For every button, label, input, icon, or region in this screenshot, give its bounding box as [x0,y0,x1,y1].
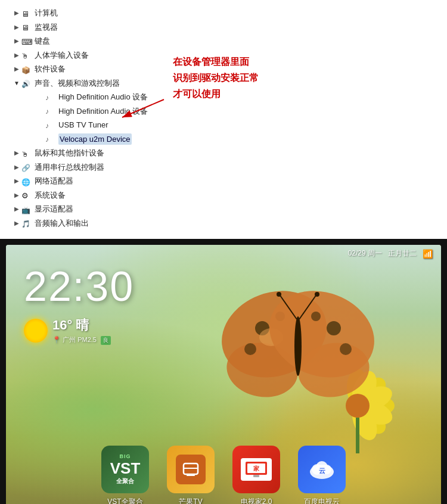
annotation-line-3: 才可以使用 [173,86,259,102]
tree-arrow-display: ▶ [12,204,21,213]
app-item-tvhome[interactable]: 家 电视家2.0 [232,446,280,504]
tree-label-comport: 通用串行总线控制器 [35,161,104,173]
tv-apps-row: BIG VST 全聚合 VST全聚合 芒果T [6,440,441,504]
tree-item-velocap[interactable]: ♪ Velocap u2m Device [0,132,447,147]
tree-item-monitor[interactable]: ▶ 监视器 [0,20,447,35]
tree-item-system[interactable]: ▶ 系统设备 [0,188,447,203]
tv-statusbar: 02/29 周一 正月廿二 📶 [340,245,441,262]
sound-icon [21,78,32,88]
tv-clock: 22:30 [24,263,134,310]
annotation-line-2: 识别到驱动安装正常 [173,70,259,86]
tree-label-usb-tuner: USB TV Tuner [58,119,108,131]
tree-item-display[interactable]: ▶ 显示适配器 [0,202,447,216]
tree-arrow-comport: ▶ [12,163,21,172]
annotation-line-1: 在设备管理器里面 [173,54,259,70]
tree-label-system: 系统设备 [35,189,66,201]
mango-icon-inner [176,455,206,484]
tree-item-mouse[interactable]: ▶ 鼠标和其他指针设备 [0,146,447,160]
vst-sub-label: 全聚合 [116,477,134,486]
tv-weather: 16° 晴 📍 广州 PM2.5 良 [24,316,111,345]
wifi-icon: 📶 [423,249,433,259]
tree-item-hda2[interactable]: ♪ High Definition Audio 设备 [0,104,447,119]
baidu-icon-inner: 云 [306,458,337,481]
software-icon [21,64,32,74]
network-icon [21,176,32,186]
tree-arrow-audioio: ▶ [12,219,21,228]
app-icon-vst[interactable]: BIG VST 全聚合 [101,446,149,493]
svg-point-12 [340,343,352,355]
app-item-mango[interactable]: 芒果TV [167,446,215,504]
tree-label-software: 软件设备 [35,63,66,75]
tree-arrow-hid: ▶ [12,51,21,60]
vst-label: VST [110,461,141,476]
mango-tv-svg [181,460,200,479]
butterfly-svg [215,263,381,441]
annotation-arrow-icon [119,97,167,120]
velocap-icon: ♪ [45,134,56,144]
keyboard-icon [21,36,32,46]
mango-app-label: 芒果TV [179,497,202,504]
tv-section: 02/29 周一 正月廿二 📶 22:30 16° 晴 📍 广州 PM2.5 良 [0,239,447,504]
tv-date: 02/29 周一 [348,248,382,259]
butterfly-area [215,263,393,453]
tree-item-network[interactable]: ▶ 网络适配器 [0,174,447,188]
monitor-icon [21,22,32,32]
tv-screen: 02/29 周一 正月廿二 📶 22:30 16° 晴 📍 广州 PM2.5 良 [6,245,441,504]
audioio-icon [21,218,32,228]
computer-icon [21,8,32,18]
svg-point-13 [294,316,302,376]
svg-point-17 [315,292,319,297]
tree-item-audioio[interactable]: ▶ 音频输入和输出 [0,216,447,231]
tree-label-monitor: 监视器 [35,21,58,33]
tvhome-svg: 家 [245,461,268,478]
weather-temp: 16° 晴 [52,316,111,334]
tree-label-computer: 计算机 [35,7,58,19]
audio-icon-1: ♪ [45,92,56,102]
tree-arrow-system: ▶ [12,191,21,200]
tree-label-hid: 人体学输入设备 [35,49,89,61]
app-icon-baidu[interactable]: 云 [298,446,346,493]
svg-text:云: 云 [319,467,325,474]
tvhome-icon-inner: 家 [241,458,272,481]
display-icon [21,204,32,214]
tree-label-mouse: 鼠标和其他指针设备 [35,147,104,159]
svg-point-10 [327,321,341,335]
weather-pm-badge: 良 [101,336,111,345]
svg-point-6 [244,343,256,355]
tree-arrow-network: ▶ [12,176,21,185]
svg-point-11 [311,312,321,321]
tree-item-computer[interactable]: ▶ 计算机 [0,6,447,20]
tree-arrow-software: ▶ [12,64,21,73]
app-item-vst[interactable]: BIG VST 全聚合 VST全聚合 [101,446,149,504]
hid-icon [21,50,32,60]
svg-rect-34 [253,475,259,477]
annotation-text: 在设备管理器里面 识别到驱动安装正常 才可以使用 [173,54,259,102]
svg-text:家: 家 [253,465,260,472]
svg-point-15 [277,292,281,297]
tree-label-network: 网络适配器 [35,175,73,187]
tree-item-keyboard[interactable]: ▶ 键盘 [0,34,447,48]
tree-arrow-sound: ▼ [12,79,21,88]
usb-icon: ♪ [45,120,56,130]
tree-item-comport[interactable]: ▶ 通用串行总线控制器 [0,160,447,175]
app-icon-mango[interactable] [167,446,215,493]
app-icon-tvhome[interactable]: 家 [232,446,280,493]
vst-big-label: BIG [119,453,131,459]
baidu-app-label: 百度电视云 [304,497,340,504]
tree-arrow-keyboard: ▶ [12,36,21,45]
tree-item-usb-tuner[interactable]: ♪ USB TV Tuner [0,118,447,132]
tree-label-display: 显示适配器 [35,203,73,215]
svg-rect-30 [187,474,195,476]
tvhome-app-label: 电视家2.0 [241,497,272,504]
weather-sun-icon [24,319,48,343]
vst-app-label: VST全聚合 [107,497,142,504]
tree-label-sound: 声音、视频和游戏控制器 [35,77,120,89]
tree-arrow-mouse: ▶ [12,148,21,157]
system-icon [21,190,32,200]
app-item-baidu[interactable]: 云 百度电视云 [298,446,346,504]
weather-location: 📍 广州 PM2.5 良 [52,335,111,345]
tree-arrow-computer: ▶ [12,8,21,17]
tv-lunar-date: 正月廿二 [388,248,417,259]
tree-label-keyboard: 键盘 [35,35,50,47]
weather-info: 16° 晴 📍 广州 PM2.5 良 [52,316,111,345]
